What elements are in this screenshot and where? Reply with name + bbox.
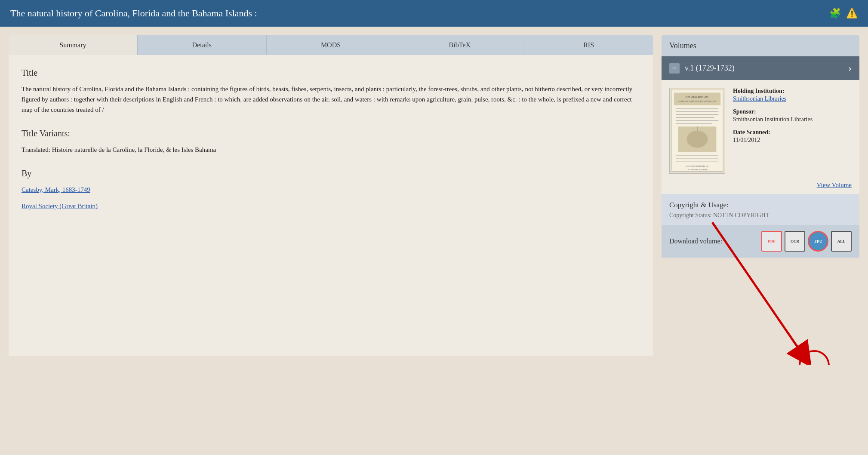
warning-icon[interactable]: ⚠️ [846, 8, 858, 19]
volume-info: Holding Institution: Smithsonian Librari… [733, 88, 852, 174]
left-panel: Summary Details MODS BibTeX RIS Title Th… [9, 35, 653, 356]
by-label: By [22, 169, 640, 178]
tab-mods[interactable]: MODS [267, 35, 396, 55]
holding-institution-value[interactable]: Smithsonian Libraries [733, 95, 852, 102]
tab-summary[interactable]: Summary [9, 35, 138, 55]
volume-collapse-button[interactable]: − [669, 63, 680, 74]
date-scanned-value: 11/01/2012 [733, 137, 852, 144]
tab-ris[interactable]: RIS [524, 35, 653, 55]
header-icons: 🧩 ⚠️ [829, 8, 858, 19]
volumes-content: − v.1 (1729-1732) › NATURAL HI [662, 56, 859, 258]
title-text: The natural history of Carolina, Florida… [22, 84, 640, 115]
title-label: Title [22, 68, 640, 78]
svg-point-21 [800, 351, 829, 365]
download-pdf-button[interactable]: PDF [761, 231, 782, 252]
sponsor-value: Smithsonian Institution Libraries [733, 116, 852, 123]
copyright-section: Copyright & Usage: Copyright Status: NOT… [662, 194, 859, 225]
all-icon: ALL [837, 239, 846, 243]
content-area: Title The natural history of Carolina, F… [9, 55, 653, 356]
tab-details[interactable]: Details [138, 35, 267, 55]
view-volume-link[interactable]: View Volume [662, 179, 859, 194]
volume-bar-left: − v.1 (1729-1732) [669, 63, 735, 74]
volume-chevron-icon[interactable]: › [848, 62, 852, 74]
holding-institution-label: Holding Institution: [733, 88, 852, 95]
copyright-status-value: NOT IN COPYRIGHT [713, 212, 769, 218]
ocr-icon: OCR [791, 239, 799, 243]
download-ocr-button[interactable]: OCR [785, 231, 805, 252]
volume-title: v.1 (1729-1732) [685, 64, 735, 73]
author2-link[interactable]: Royal Society (Great Britain) [22, 201, 640, 211]
volumes-label: Volumes [669, 41, 696, 50]
main-area: Summary Details MODS BibTeX RIS Title Th… [0, 27, 868, 365]
download-label: Download volume: [669, 237, 722, 245]
copyright-title: Copyright & Usage: [669, 201, 852, 209]
jp2-icon: JP2 [814, 239, 822, 244]
sponsor-label: Sponsor: [733, 108, 852, 115]
title-variants-text: Translated: Histoire naturelle de la Car… [22, 144, 640, 155]
tabs-bar: Summary Details MODS BibTeX RIS [9, 35, 653, 55]
page-header: The natural history of Carolina, Florida… [0, 0, 868, 27]
author1-link[interactable]: Catesby, Mark, 1683-1749 [22, 184, 640, 195]
copyright-status-label: Copyright Status: [669, 212, 711, 218]
copyright-status: Copyright Status: NOT IN COPYRIGHT [669, 212, 852, 219]
puzzle-icon[interactable]: 🧩 [829, 8, 841, 19]
download-section: Download volume: PDF OCR JP2 ALL [662, 225, 859, 258]
volume-thumbnail: NATURAL HISTORY CAROLINA, FLORIDA & BAHA… [669, 88, 725, 174]
right-panel: Volumes − v.1 (1729-1732) › [662, 35, 859, 258]
svg-text:NATURAL HISTORY: NATURAL HISTORY [686, 95, 709, 98]
volumes-header: Volumes [662, 35, 859, 56]
title-variants-label: Title Variants: [22, 129, 640, 138]
svg-rect-2 [674, 92, 720, 105]
svg-text:HISTOIRE NATURELLE: HISTOIRE NATURELLE [686, 165, 708, 167]
download-jp2-button[interactable]: JP2 [808, 231, 828, 252]
date-scanned-label: Date Scanned: [733, 129, 852, 136]
pdf-icon: PDF [768, 239, 776, 243]
volume-bar[interactable]: − v.1 (1729-1732) › [662, 56, 859, 80]
tab-bibtex[interactable]: BibTeX [395, 35, 524, 55]
volume-details: NATURAL HISTORY CAROLINA, FLORIDA & BAHA… [662, 80, 859, 179]
download-buttons: PDF OCR JP2 ALL [761, 231, 852, 252]
page-title: The natural history of Carolina, Florida… [10, 8, 257, 19]
download-all-button[interactable]: ALL [831, 231, 852, 252]
svg-point-12 [686, 131, 708, 148]
book-thumbnail-svg: NATURAL HISTORY CAROLINA, FLORIDA & BAHA… [670, 88, 725, 173]
